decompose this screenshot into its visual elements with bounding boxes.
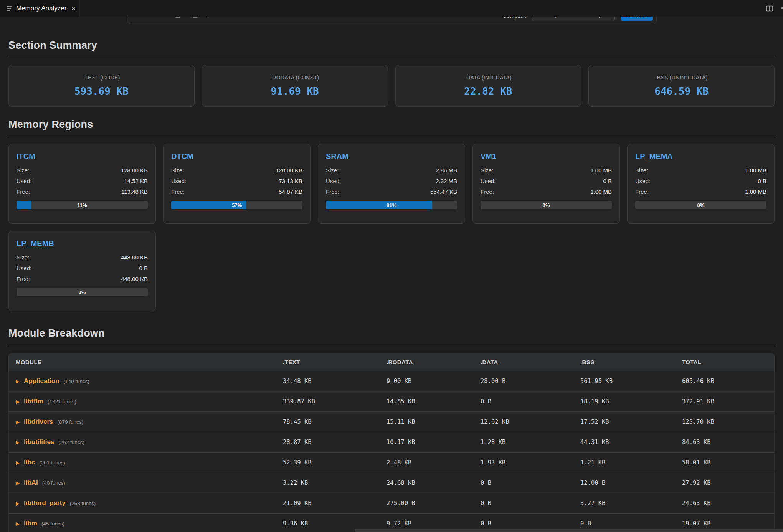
- usage-percent-label: 57%: [171, 201, 302, 209]
- module-name: libm: [24, 520, 37, 527]
- module-func-count: (262 funcs): [58, 439, 84, 445]
- expand-caret-icon[interactable]: ▶: [16, 439, 20, 445]
- module-cell: ▶libutilities(262 funcs): [16, 438, 283, 446]
- region-stat-label: Free:: [171, 188, 185, 195]
- text-value: 339.87 KB: [283, 398, 387, 405]
- analysis-settings-card: Compiler: ( ) Analyze: [127, 17, 657, 24]
- module-row[interactable]: ▶libtflm(1321 funcs)339.87 KB14.85 KB0 B…: [9, 391, 774, 411]
- region-stat-label: Size:: [481, 167, 493, 173]
- region-stat-label: Free:: [481, 188, 494, 195]
- data-value: 0 B: [481, 520, 580, 527]
- expand-caret-icon[interactable]: ▶: [16, 521, 20, 527]
- region-usage-bar: 11%: [17, 201, 148, 209]
- region-stat-label: Free:: [326, 188, 339, 195]
- module-name: libAI: [24, 479, 38, 487]
- split-editor-icon[interactable]: [766, 5, 773, 12]
- module-breakdown-heading: Module Breakdown: [8, 327, 775, 345]
- total-value: 27.92 KB: [682, 479, 774, 486]
- region-free-row: Free:1.00 MB: [635, 188, 766, 195]
- region-stat-label: Used:: [171, 178, 186, 184]
- expand-caret-icon[interactable]: ▶: [16, 501, 20, 506]
- module-row[interactable]: ▶libutilities(262 funcs)28.87 KB10.17 KB…: [9, 432, 774, 452]
- rodata-value: 14.85 KB: [387, 398, 481, 405]
- text-value: 34.48 KB: [283, 378, 387, 385]
- region-stat-label: Free:: [17, 276, 30, 282]
- total-value: 123.70 KB: [682, 418, 774, 425]
- module-func-count: (201 funcs): [39, 460, 65, 466]
- region-stat-value: 0 B: [139, 265, 148, 271]
- region-stat-label: Size:: [17, 167, 29, 173]
- expand-caret-icon[interactable]: ▶: [16, 378, 20, 384]
- region-name: VM1: [481, 152, 612, 161]
- memory-region-card: DTCMSize:128.00 KBUsed:73.13 KBFree:54.8…: [163, 144, 311, 224]
- option-checkbox[interactable]: [192, 17, 198, 18]
- select-text-fragment: ): [599, 17, 601, 18]
- summary-card: .DATA (INIT DATA)22.82 KB: [395, 65, 581, 107]
- analysis-toolbar-clipped: Compiler: ( ) Analyze: [8, 17, 775, 24]
- select-text-fragment: (: [555, 17, 557, 18]
- region-used-row: Used:0 B: [481, 178, 612, 184]
- region-stat-label: Used:: [17, 178, 31, 184]
- module-row[interactable]: ▶libc(201 funcs)52.39 KB2.48 KB1.93 KB1.…: [9, 452, 774, 473]
- tab-title: Memory Analyzer: [16, 5, 66, 12]
- editor-tab-bar: Memory Analyzer ✕: [0, 0, 783, 17]
- total-value: 605.46 KB: [682, 378, 774, 385]
- usage-percent-label: 0%: [635, 201, 766, 209]
- summary-card: .TEXT (CODE)593.69 KB: [8, 65, 195, 107]
- data-value: 12.62 KB: [481, 418, 580, 425]
- expand-caret-icon[interactable]: ▶: [16, 460, 20, 466]
- data-value: 28.00 B: [481, 378, 580, 385]
- bss-value: 3.27 KB: [580, 500, 682, 507]
- region-free-row: Free:54.87 KB: [171, 188, 302, 195]
- data-value: 0 B: [481, 500, 580, 507]
- region-stat-label: Free:: [17, 188, 30, 195]
- bss-value: 0 B: [580, 520, 682, 527]
- column-header: .DATA: [481, 359, 580, 365]
- column-header: .RODATA: [387, 359, 481, 365]
- text-value: 52.39 KB: [283, 459, 387, 466]
- total-value: 372.91 KB: [682, 398, 774, 405]
- horizontal-scrollbar-thumb[interactable]: [355, 529, 783, 532]
- module-cell: ▶libc(201 funcs): [16, 459, 283, 466]
- region-stat-value: 1.00 MB: [745, 167, 766, 173]
- module-row[interactable]: ▶Application(149 funcs)34.48 KB9.00 KB28…: [9, 371, 774, 391]
- total-value: 58.01 KB: [682, 459, 774, 466]
- module-cell: ▶libtflm(1321 funcs): [16, 398, 283, 405]
- module-cell: ▶libdrivers(879 funcs): [16, 418, 283, 426]
- module-row[interactable]: ▶libAI(40 funcs)3.22 KB24.68 KB0 B12.00 …: [9, 473, 774, 493]
- memory-region-cards: ITCMSize:128.00 KBUsed:14.52 KBFree:113.…: [8, 144, 775, 311]
- expand-caret-icon[interactable]: ▶: [16, 399, 20, 405]
- column-header: TOTAL: [682, 359, 774, 365]
- bss-value: 18.19 KB: [580, 398, 682, 405]
- text-fragment: [206, 17, 206, 18]
- rodata-value: 9.72 KB: [387, 520, 481, 527]
- module-row[interactable]: ▶libdrivers(879 funcs)78.45 KB15.11 KB12…: [9, 411, 774, 432]
- list-icon: [7, 6, 12, 11]
- column-header: .TEXT: [283, 359, 387, 365]
- module-row[interactable]: ▶libthird_party(268 funcs)21.09 KB275.00…: [9, 493, 774, 513]
- module-name: libc: [24, 459, 35, 466]
- region-stat-label: Used:: [481, 178, 496, 184]
- expand-caret-icon[interactable]: ▶: [16, 480, 20, 486]
- text-value: 3.22 KB: [283, 479, 387, 486]
- region-stat-label: Size:: [171, 167, 184, 173]
- region-stat-value: 73.13 KB: [279, 178, 302, 184]
- rodata-value: 10.17 KB: [387, 439, 481, 446]
- memory-region-card: SRAMSize:2.86 MBUsed:2.32 MBFree:554.47 …: [318, 144, 465, 224]
- region-size-row: Size:2.86 MB: [326, 167, 457, 173]
- data-value: 0 B: [481, 479, 580, 486]
- region-stat-value: 1.00 MB: [590, 188, 612, 195]
- tab-memory-analyzer[interactable]: Memory Analyzer ✕: [0, 0, 80, 17]
- expand-caret-icon[interactable]: ▶: [16, 419, 20, 425]
- bss-value: 44.31 KB: [580, 439, 682, 446]
- summary-card-label: .DATA (INIT DATA): [465, 74, 512, 81]
- analyze-button[interactable]: Analyze: [621, 17, 652, 21]
- module-name: libthird_party: [24, 499, 66, 507]
- text-value: 28.87 KB: [283, 439, 387, 446]
- summary-card-value: 22.82 KB: [464, 86, 512, 97]
- option-checkbox[interactable]: [175, 17, 181, 18]
- compiler-select[interactable]: ( ): [532, 17, 615, 21]
- region-free-row: Free:448.00 KB: [17, 276, 148, 282]
- module-cell: ▶libm(45 funcs): [16, 520, 283, 527]
- close-icon[interactable]: ✕: [70, 5, 77, 12]
